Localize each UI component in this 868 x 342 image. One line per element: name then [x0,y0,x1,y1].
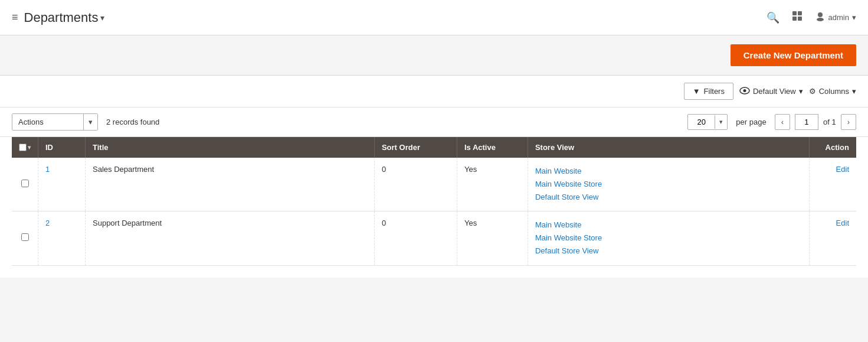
filters-row: ▼ Filters Default View ▾ ⚙ Columns ▾ [0,76,868,108]
row-checkbox-cell [12,158,38,211]
table-controls-right: 20 ▾ per page ‹ of 1 › [687,114,856,130]
svg-point-4 [818,12,823,17]
svg-point-5 [817,18,824,21]
pager-current-input[interactable] [795,114,818,130]
row-action-cell: Edit [809,158,856,211]
table-header: ▾ ID Title Sort Order Is Active Store Vi… [12,137,856,158]
edit-link[interactable]: Edit [836,219,849,227]
hamburger-icon[interactable]: ≡ [12,11,18,24]
table-controls-left: Actions ▾ 2 records found [12,113,159,131]
row-store-view: Main WebsiteMain Website StoreDefault St… [528,211,809,265]
header-left: ≡ Departments ▾ [12,10,104,25]
svg-rect-3 [798,17,802,21]
th-id: ID [38,137,86,158]
page-title-text: Departments [24,10,99,25]
th-sort-order: Sort Order [374,137,457,158]
th-is-active: Is Active [457,137,528,158]
grid-view-icon[interactable] [791,10,803,25]
columns-label: Columns [819,87,849,96]
actions-select[interactable]: Actions [12,114,83,130]
svg-rect-2 [792,17,797,21]
create-new-department-button[interactable]: Create New Department [731,44,856,66]
per-page-input[interactable]: 20 [688,115,715,129]
admin-user-menu[interactable]: admin ▾ [815,11,856,24]
view-dropdown-arrow-icon: ▾ [799,87,803,96]
actions-select-wrap: Actions ▾ [12,113,98,131]
data-table: ▾ ID Title Sort Order Is Active Store Vi… [0,137,868,278]
th-action: Action [809,137,856,158]
top-header: ≡ Departments ▾ 🔍 admin ▾ [0,0,868,35]
store-view-item[interactable]: Default Store View [535,191,802,204]
row-checkbox[interactable] [21,233,29,241]
user-icon [815,11,826,24]
title-dropdown-arrow-icon[interactable]: ▾ [100,13,104,22]
row-sort-order: 0 [374,158,457,211]
per-page-wrap: 20 ▾ [687,114,728,130]
departments-table: ▾ ID Title Sort Order Is Active Store Vi… [12,137,856,266]
columns-button[interactable]: ⚙ Columns ▾ [809,87,856,96]
header-right: 🔍 admin ▾ [767,10,856,25]
store-view-item[interactable]: Main Website [535,219,802,232]
row-is-active: Yes [457,158,528,211]
table-row: 2Support Department0YesMain WebsiteMain … [12,211,856,265]
pager-of-label: of 1 [823,118,836,126]
row-id: 2 [38,211,86,265]
filters-label: Filters [704,87,725,96]
records-found-label: 2 records found [106,118,159,126]
action-bar: Create New Department [0,35,868,76]
filter-icon: ▼ [693,87,700,96]
th-title: Title [86,137,375,158]
filters-button[interactable]: ▼ Filters [684,83,733,100]
pager-next-button[interactable]: › [841,114,856,130]
checkbox-dropdown-arrow-icon[interactable]: ▾ [28,144,31,151]
eye-icon [739,87,750,96]
columns-dropdown-arrow-icon: ▾ [852,87,856,96]
select-all-checkbox[interactable] [19,144,27,151]
row-id: 1 [38,158,86,211]
row-checkbox[interactable] [21,180,29,187]
per-page-label: per page [736,118,766,126]
edit-link[interactable]: Edit [836,165,849,174]
svg-rect-0 [792,11,797,15]
th-store-view: Store View [528,137,809,158]
admin-label: admin [828,13,849,22]
row-is-active: Yes [457,211,528,265]
table-controls-row: Actions ▾ 2 records found 20 ▾ per page … [0,108,868,137]
table-row: 1Sales Department0YesMain WebsiteMain We… [12,158,856,211]
per-page-dropdown-button[interactable]: ▾ [715,115,727,129]
gear-icon: ⚙ [809,87,816,96]
row-action-cell: Edit [809,211,856,265]
store-view-item[interactable]: Main Website Store [535,232,802,245]
admin-dropdown-arrow-icon: ▾ [852,13,856,22]
search-icon[interactable]: 🔍 [767,11,779,24]
store-view-item[interactable]: Main Website Store [535,178,802,191]
default-view-label: Default View [753,87,796,96]
store-view-item[interactable]: Default Store View [535,245,802,258]
default-view-button[interactable]: Default View ▾ [739,87,803,96]
th-checkbox: ▾ [12,137,38,158]
row-title: Sales Department [86,158,375,211]
table-body: 1Sales Department0YesMain WebsiteMain We… [12,158,856,265]
row-checkbox-cell [12,211,38,265]
row-sort-order: 0 [374,211,457,265]
svg-rect-1 [798,11,802,15]
page-title: Departments ▾ [24,10,105,25]
svg-point-7 [743,89,746,92]
pager-prev-button[interactable]: ‹ [775,114,790,130]
actions-dropdown-button[interactable]: ▾ [83,114,97,130]
store-view-item[interactable]: Main Website [535,165,802,178]
row-title: Support Department [86,211,375,265]
row-store-view: Main WebsiteMain Website StoreDefault St… [528,158,809,211]
